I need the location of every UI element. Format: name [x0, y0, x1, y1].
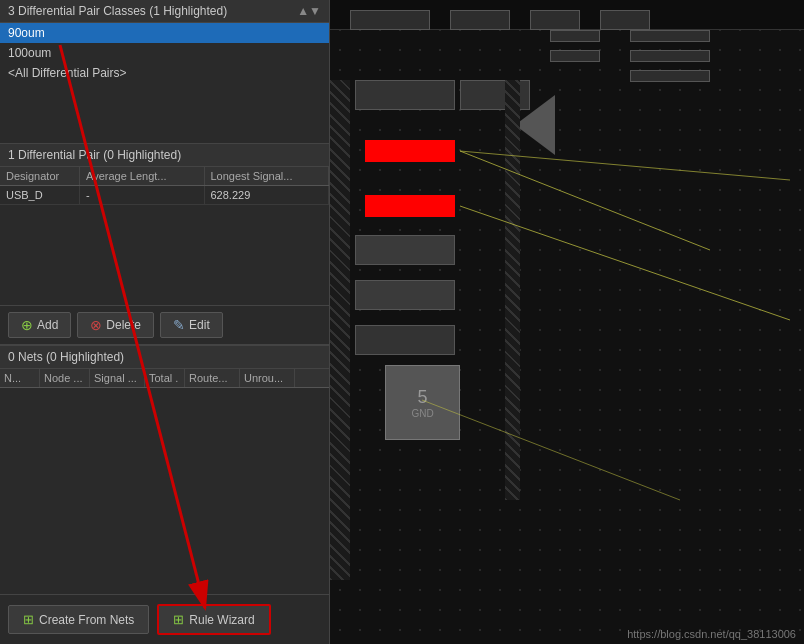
pcb-hatch-right: [505, 80, 520, 500]
cell-longest-signal: 628.229: [205, 186, 330, 204]
nets-col-n[interactable]: N...: [0, 369, 40, 387]
table-columns: Designator Average Lengt... Longest Sign…: [0, 167, 329, 186]
pcb-triangle: [515, 95, 555, 155]
list-item-all-diff-pairs[interactable]: <All Differential Pairs>: [0, 63, 329, 83]
left-panel: 3 Differential Pair Classes (1 Highlight…: [0, 0, 330, 644]
rule-wizard-button[interactable]: ⊞ Rule Wizard: [157, 604, 270, 635]
list-item-90oum[interactable]: 90oum: [0, 23, 329, 43]
pcb-component-4: [600, 10, 650, 30]
pcb-comp-mid-3: [355, 325, 455, 355]
pcb-hatch-left: [330, 80, 350, 580]
delete-icon: ⊗: [90, 317, 102, 333]
gnd-pad: 5 GND: [385, 365, 460, 440]
diff-pair-classes-title: 3 Differential Pair Classes (1 Highlight…: [8, 4, 227, 18]
bottom-bar: ⊞ Create From Nets ⊞ Rule Wizard: [0, 594, 329, 644]
list-item-100oum[interactable]: 100oum: [0, 43, 329, 63]
pcb-component-1: [350, 10, 430, 30]
col-longest-signal[interactable]: Longest Signal...: [205, 167, 330, 185]
pcb-upper-right-2: [550, 50, 600, 62]
edit-label: Edit: [189, 318, 210, 332]
edit-button[interactable]: ✎ Edit: [160, 312, 223, 338]
pcb-comp-mid-2: [355, 280, 455, 310]
col-designator[interactable]: Designator: [0, 167, 80, 185]
red-pad-2: [365, 195, 455, 217]
pcb-upper-right-5: [630, 70, 710, 82]
diff-pair-table-header: 1 Differential Pair (0 Highlighted): [0, 143, 329, 167]
add-icon: ⊕: [21, 317, 33, 333]
delete-label: Delete: [106, 318, 141, 332]
edit-icon: ✎: [173, 317, 185, 333]
pcb-vcomp-1: [355, 80, 455, 110]
rule-wizard-icon: ⊞: [173, 612, 184, 627]
rule-wizard-label: Rule Wizard: [189, 613, 254, 627]
nets-empty-area: [0, 388, 329, 594]
pcb-component-2: [450, 10, 510, 30]
action-button-row: ⊕ Add ⊗ Delete ✎ Edit: [0, 305, 329, 345]
nets-col-node[interactable]: Node ...: [40, 369, 90, 387]
col-avg-length[interactable]: Average Lengt...: [80, 167, 205, 185]
nets-col-unrouted[interactable]: Unrou...: [240, 369, 295, 387]
create-from-nets-label: Create From Nets: [39, 613, 134, 627]
delete-button[interactable]: ⊗ Delete: [77, 312, 154, 338]
pcb-upper-right-3: [630, 30, 710, 42]
create-from-nets-button[interactable]: ⊞ Create From Nets: [8, 605, 149, 634]
url-bar: https://blog.csdn.net/qq_38113006: [627, 628, 796, 640]
gnd-number: 5: [417, 387, 427, 408]
nets-col-total[interactable]: Total .: [145, 369, 185, 387]
create-from-nets-icon: ⊞: [23, 612, 34, 627]
nets-col-signal[interactable]: Signal ...: [90, 369, 145, 387]
diff-pair-list: 90oum 100oum <All Differential Pairs>: [0, 23, 329, 143]
nets-col-route[interactable]: Route...: [185, 369, 240, 387]
pcb-comp-mid-1: [355, 235, 455, 265]
gnd-label: GND: [411, 408, 433, 419]
cell-designator: USB_D: [0, 186, 80, 204]
add-label: Add: [37, 318, 58, 332]
table-row: USB_D - 628.229: [0, 186, 329, 205]
cell-avg-length: -: [80, 186, 205, 204]
empty-table-area: [0, 205, 329, 305]
pcb-upper-right-4: [630, 50, 710, 62]
resize-handle[interactable]: ▲▼: [297, 4, 321, 18]
right-panel: 5 GND https://blog.csdn.net/qq_38113006: [330, 0, 804, 644]
pcb-upper-right-1: [550, 30, 600, 42]
add-button[interactable]: ⊕ Add: [8, 312, 71, 338]
nets-columns: N... Node ... Signal ... Total . Route..…: [0, 369, 329, 388]
diff-pair-classes-header: 3 Differential Pair Classes (1 Highlight…: [0, 0, 329, 23]
pcb-component-3: [530, 10, 580, 30]
nets-header: 0 Nets (0 Highlighted): [0, 345, 329, 369]
red-pad-1: [365, 140, 455, 162]
